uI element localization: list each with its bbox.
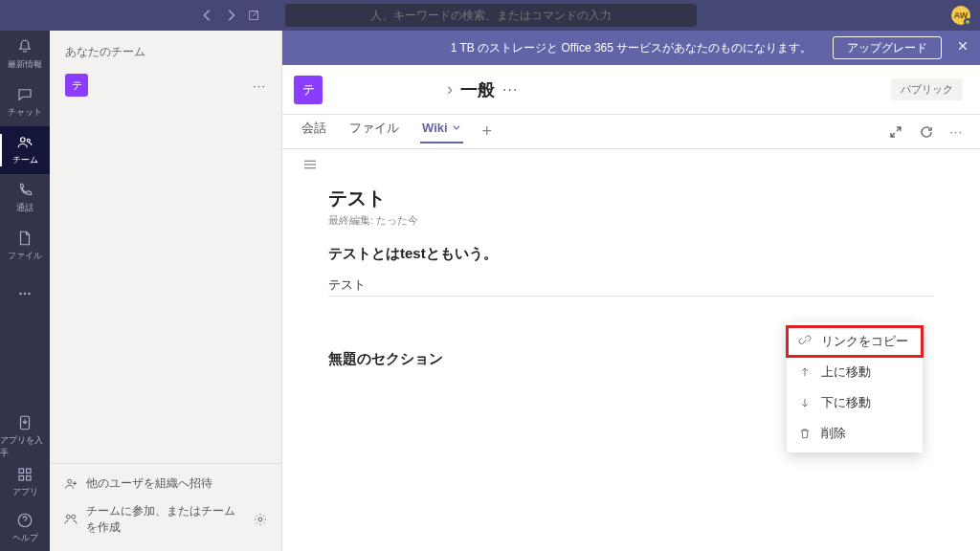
tab-conversation[interactable]: 会話: [300, 120, 328, 143]
wiki-title[interactable]: テスト: [328, 186, 934, 211]
refresh-icon: [919, 124, 934, 140]
svg-point-1: [21, 138, 26, 143]
svg-point-12: [68, 479, 72, 483]
rail-chat[interactable]: チャット: [0, 78, 50, 126]
invite-icon: [63, 476, 78, 492]
tab-wiki[interactable]: Wiki: [420, 121, 463, 143]
expand-button[interactable]: [888, 124, 903, 140]
hamburger-icon: [301, 156, 319, 173]
menu-move-down[interactable]: 下に移動: [787, 387, 923, 418]
chat-icon: [16, 86, 33, 103]
pop-out[interactable]: [247, 9, 260, 22]
svg-point-2: [27, 139, 30, 142]
team-more[interactable]: ···: [253, 78, 266, 93]
presence-indicator: [964, 18, 971, 26]
titlebar: AW: [0, 0, 980, 31]
help-icon: [16, 512, 33, 529]
refresh-button[interactable]: [919, 124, 934, 140]
channel-name: 一般: [460, 78, 495, 101]
tab-files[interactable]: ファイル: [347, 120, 401, 143]
menu-move-up[interactable]: 上に移動: [787, 357, 923, 387]
svg-point-4: [24, 293, 26, 295]
section-divider: [328, 296, 934, 297]
rail-more[interactable]: [0, 270, 50, 318]
banner-close[interactable]: [957, 40, 969, 55]
channel-header: テ › 一般 ··· パブリック: [282, 65, 980, 115]
svg-rect-10: [27, 476, 32, 481]
arrow-up-icon: [798, 365, 812, 379]
teams-icon: [16, 134, 33, 151]
svg-point-14: [72, 515, 76, 518]
nav-back[interactable]: [201, 9, 214, 22]
upgrade-button[interactable]: アップグレード: [833, 36, 942, 59]
svg-point-5: [28, 293, 30, 295]
gear-icon: [253, 512, 268, 527]
chevron-left-icon: [201, 9, 214, 22]
breadcrumb-chevron-icon: ›: [447, 79, 453, 99]
svg-point-3: [19, 293, 21, 295]
teams-settings[interactable]: [253, 512, 268, 527]
teams-pane-header: あなたのチーム: [65, 44, 145, 60]
menu-copy-link[interactable]: リンクをコピー: [787, 326, 923, 357]
rail-help[interactable]: ヘルプ: [0, 505, 50, 551]
search-box[interactable]: [285, 4, 697, 27]
channel-tabs: 会話 ファイル Wiki + ···: [282, 115, 980, 149]
wiki-heading[interactable]: テストとはtestともいう。: [328, 245, 934, 263]
close-icon: [957, 40, 969, 52]
phone-icon: [16, 182, 33, 199]
tab-more[interactable]: ···: [949, 124, 963, 139]
rail-teams[interactable]: チーム: [0, 126, 50, 174]
join-team-icon: [63, 512, 78, 527]
join-create-team[interactable]: チームに参加、またはチームを作成: [59, 497, 272, 541]
nav-forward[interactable]: [224, 9, 237, 22]
profile-avatar[interactable]: AW: [951, 6, 970, 25]
menu-delete[interactable]: 削除: [787, 418, 923, 449]
rail-files[interactable]: ファイル: [0, 222, 50, 270]
download-icon: [16, 414, 33, 431]
rail-get-app[interactable]: アプリを入手: [0, 413, 50, 459]
chevron-down-icon: [452, 122, 461, 132]
rail-calls[interactable]: 通話: [0, 174, 50, 222]
expand-icon: [888, 124, 903, 140]
channel-more[interactable]: ···: [502, 81, 518, 99]
wiki-nav-toggle[interactable]: [301, 156, 319, 173]
search-input[interactable]: [285, 9, 697, 22]
rail-apps[interactable]: アプリ: [0, 459, 50, 505]
svg-rect-7: [19, 469, 24, 474]
team-avatar: テ: [65, 74, 88, 97]
privacy-badge: パブリック: [891, 78, 963, 100]
ellipsis-icon: [16, 285, 33, 302]
bell-icon: [16, 38, 33, 55]
chevron-right-icon: [224, 9, 237, 22]
svg-point-15: [258, 518, 262, 521]
app-rail: 最新情報 チャット チーム 通話 ファイル: [0, 31, 50, 551]
rail-activity[interactable]: 最新情報: [0, 31, 50, 78]
arrow-down-icon: [798, 396, 812, 409]
upgrade-banner: 1 TB のストレージと Office 365 サービスがあなたのものになります…: [282, 31, 980, 65]
team-row[interactable]: テ ···: [50, 68, 281, 102]
trash-icon: [798, 427, 812, 440]
section-context-menu: リンクをコピー 上に移動 下に移動 削除: [787, 322, 923, 452]
svg-rect-8: [27, 469, 32, 474]
add-tab[interactable]: +: [482, 121, 493, 142]
svg-rect-9: [19, 476, 24, 481]
wiki-toolbar: [282, 149, 980, 180]
banner-text: 1 TB のストレージと Office 365 サービスがあなたのものになります…: [451, 40, 813, 56]
wiki-meta: 最終編集: たった今: [328, 213, 934, 228]
teams-pane: あなたのチーム テ ··· 他のユーザを組織へ招待 チームに参加、またはチームを…: [50, 31, 282, 551]
apps-icon: [16, 466, 33, 483]
main-column: 1 TB のストレージと Office 365 サービスがあなたのものになります…: [282, 31, 980, 551]
popout-icon: [247, 9, 260, 22]
channel-team-avatar: テ: [294, 76, 323, 104]
file-icon: [16, 230, 33, 247]
svg-point-13: [66, 515, 70, 518]
invite-users[interactable]: 他のユーザを組織へ招待: [59, 470, 272, 497]
link-icon: [798, 335, 812, 348]
